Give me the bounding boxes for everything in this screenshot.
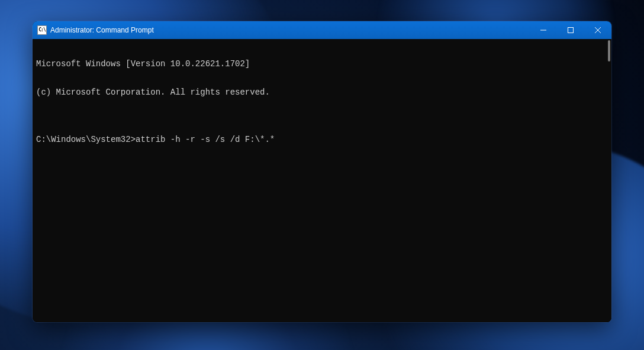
minimize-icon bbox=[540, 27, 546, 33]
vertical-scrollbar[interactable] bbox=[603, 39, 611, 322]
titlebar[interactable]: C:\ Administrator: Command Prompt bbox=[33, 21, 611, 39]
maximize-icon bbox=[568, 27, 574, 33]
svg-rect-1 bbox=[568, 28, 574, 33]
terminal-line: (c) Microsoft Corporation. All rights re… bbox=[36, 88, 608, 97]
prompt-path: C:\Windows\System32> bbox=[36, 135, 136, 144]
close-icon bbox=[595, 27, 601, 33]
close-button[interactable] bbox=[584, 21, 611, 39]
minimize-button[interactable] bbox=[530, 21, 557, 39]
window-title: Administrator: Command Prompt bbox=[50, 26, 154, 34]
typed-command: attrib -h -r -s /s /d F:\*.* bbox=[136, 135, 275, 144]
cmd-icon: C:\ bbox=[37, 25, 47, 35]
prompt-line: C:\Windows\System32>attrib -h -r -s /s /… bbox=[36, 135, 608, 144]
terminal-line: Microsoft Windows [Version 10.0.22621.17… bbox=[36, 59, 608, 69]
terminal-output[interactable]: Microsoft Windows [Version 10.0.22621.17… bbox=[33, 39, 611, 322]
scrollbar-thumb[interactable] bbox=[608, 40, 610, 61]
maximize-button[interactable] bbox=[557, 21, 584, 39]
window-controls bbox=[530, 21, 611, 39]
command-prompt-window: C:\ Administrator: Command Prompt bbox=[33, 21, 611, 322]
